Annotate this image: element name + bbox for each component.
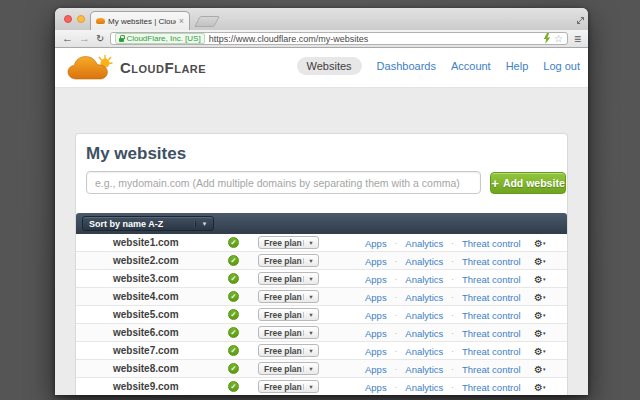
website-domain[interactable]: website9.com	[113, 378, 179, 395]
threat-control-link[interactable]: Threat control	[462, 328, 521, 339]
apps-link[interactable]: Apps	[365, 346, 387, 357]
ssl-certificate-badge[interactable]: CloudFlare, Inc. [US]	[115, 33, 204, 44]
ssl-org-label: CloudFlare, Inc. [US]	[126, 34, 200, 43]
status-active-icon: ✓	[228, 327, 239, 338]
threat-control-link[interactable]: Threat control	[462, 364, 521, 375]
website-domain[interactable]: website4.com	[113, 288, 179, 306]
tab-close-icon[interactable]: ×	[179, 17, 184, 26]
website-domain[interactable]: website6.com	[113, 324, 179, 342]
status-active-icon: ✓	[228, 273, 239, 284]
gear-icon: ⚙	[534, 328, 543, 339]
separator-dot: ·	[395, 275, 398, 284]
threat-control-link[interactable]: Threat control	[462, 274, 521, 285]
plan-select[interactable]: Free plan ▼	[258, 236, 319, 249]
chrome-menu-icon[interactable]: ≡	[574, 33, 581, 45]
gear-icon: ⚙	[534, 274, 543, 285]
website-domain[interactable]: website7.com	[113, 342, 179, 360]
analytics-link[interactable]: Analytics	[405, 238, 443, 249]
settings-gear-menu[interactable]: ⚙▾	[534, 306, 545, 325]
settings-gear-menu[interactable]: ⚙▾	[534, 234, 545, 253]
plan-select[interactable]: Free plan ▼	[258, 308, 319, 321]
status-active-icon: ✓	[228, 381, 239, 392]
analytics-link[interactable]: Analytics	[405, 382, 443, 393]
settings-gear-menu[interactable]: ⚙▾	[534, 324, 545, 343]
browser-window: My websites | CloudFlare × ← → ↻ CloudFl…	[55, 8, 588, 395]
plan-select[interactable]: Free plan ▼	[258, 326, 319, 339]
settings-gear-menu[interactable]: ⚙▾	[534, 252, 545, 271]
analytics-link[interactable]: Analytics	[405, 346, 443, 357]
nav-help[interactable]: Help	[506, 60, 529, 72]
analytics-link[interactable]: Analytics	[405, 256, 443, 267]
analytics-link[interactable]: Analytics	[405, 310, 443, 321]
settings-gear-menu[interactable]: ⚙▾	[534, 360, 545, 379]
analytics-link[interactable]: Analytics	[405, 274, 443, 285]
chevron-down-icon: ▼	[195, 221, 213, 227]
plan-select[interactable]: Free plan ▼	[258, 344, 319, 357]
settings-gear-menu[interactable]: ⚙▾	[534, 378, 545, 395]
add-domain-input[interactable]	[86, 171, 481, 194]
nav-dashboards[interactable]: Dashboards	[377, 60, 436, 72]
refresh-icon[interactable]: ↻	[96, 34, 104, 44]
plan-select[interactable]: Free plan ▼	[258, 380, 319, 393]
sort-dropdown[interactable]: Sort by name A-Z ▼	[82, 216, 214, 231]
threat-control-link[interactable]: Threat control	[462, 382, 521, 393]
apps-link[interactable]: Apps	[365, 382, 387, 393]
forward-icon[interactable]: →	[79, 33, 90, 44]
minimize-window-button[interactable]	[77, 15, 85, 23]
table-row: website8.com ✓ Free plan ▼ Apps · Analyt…	[76, 360, 567, 378]
website-domain[interactable]: website5.com	[113, 306, 179, 324]
chevron-down-icon: ▼	[303, 312, 318, 318]
apps-link[interactable]: Apps	[365, 310, 387, 321]
browser-tab[interactable]: My websites | CloudFlare ×	[90, 11, 190, 30]
close-window-button[interactable]	[64, 15, 72, 23]
plan-label: Free plan	[259, 310, 303, 320]
threat-control-link[interactable]: Threat control	[462, 310, 521, 321]
apps-link[interactable]: Apps	[365, 292, 387, 303]
url-text: https://www.cloudflare.com/my-websites	[209, 34, 369, 44]
plan-label: Free plan	[259, 382, 303, 392]
back-icon[interactable]: ←	[62, 33, 73, 44]
apps-link[interactable]: Apps	[365, 364, 387, 375]
threat-control-link[interactable]: Threat control	[462, 292, 521, 303]
plan-select[interactable]: Free plan ▼	[258, 290, 319, 303]
chevron-down-icon: ▼	[303, 330, 318, 336]
top-navigation: Websites Dashboards Account Help Log out	[297, 57, 580, 75]
threat-control-link[interactable]: Threat control	[462, 238, 521, 249]
website-domain[interactable]: website1.com	[113, 234, 179, 252]
address-bar[interactable]: CloudFlare, Inc. [US] https://www.cloudf…	[110, 32, 568, 45]
website-domain[interactable]: website3.com	[113, 270, 179, 288]
analytics-link[interactable]: Analytics	[405, 328, 443, 339]
separator-dot: ·	[451, 311, 454, 320]
apps-link[interactable]: Apps	[365, 328, 387, 339]
chevron-down-icon: ▾	[543, 276, 546, 282]
extension-bolt-icon[interactable]	[543, 33, 551, 44]
gear-icon: ⚙	[534, 382, 543, 393]
separator-dot: ·	[451, 257, 454, 266]
gear-icon: ⚙	[534, 292, 543, 303]
nav-logout[interactable]: Log out	[543, 60, 580, 72]
plan-select[interactable]: Free plan ▼	[258, 254, 319, 267]
add-website-button[interactable]: + Add website	[490, 172, 566, 194]
nav-websites[interactable]: Websites	[297, 57, 362, 75]
separator-dot: ·	[395, 365, 398, 374]
cloudflare-logo[interactable]: CloudFlare	[67, 53, 206, 82]
site-header: CloudFlare Websites Dashboards Account H…	[55, 48, 588, 88]
settings-gear-menu[interactable]: ⚙▾	[534, 342, 545, 361]
new-tab-button[interactable]	[194, 16, 220, 27]
threat-control-link[interactable]: Threat control	[462, 256, 521, 267]
apps-link[interactable]: Apps	[365, 274, 387, 285]
settings-gear-menu[interactable]: ⚙▾	[534, 288, 545, 307]
apps-link[interactable]: Apps	[365, 238, 387, 249]
plan-select[interactable]: Free plan ▼	[258, 362, 319, 375]
threat-control-link[interactable]: Threat control	[462, 346, 521, 357]
website-domain[interactable]: website2.com	[113, 252, 179, 270]
plan-select[interactable]: Free plan ▼	[258, 272, 319, 285]
settings-gear-menu[interactable]: ⚙▾	[534, 270, 545, 289]
analytics-link[interactable]: Analytics	[405, 364, 443, 375]
analytics-link[interactable]: Analytics	[405, 292, 443, 303]
status-active-icon: ✓	[228, 363, 239, 374]
bookmark-star-icon[interactable]: ☆	[554, 34, 563, 44]
website-domain[interactable]: website8.com	[113, 360, 179, 378]
nav-account[interactable]: Account	[451, 60, 491, 72]
apps-link[interactable]: Apps	[365, 256, 387, 267]
